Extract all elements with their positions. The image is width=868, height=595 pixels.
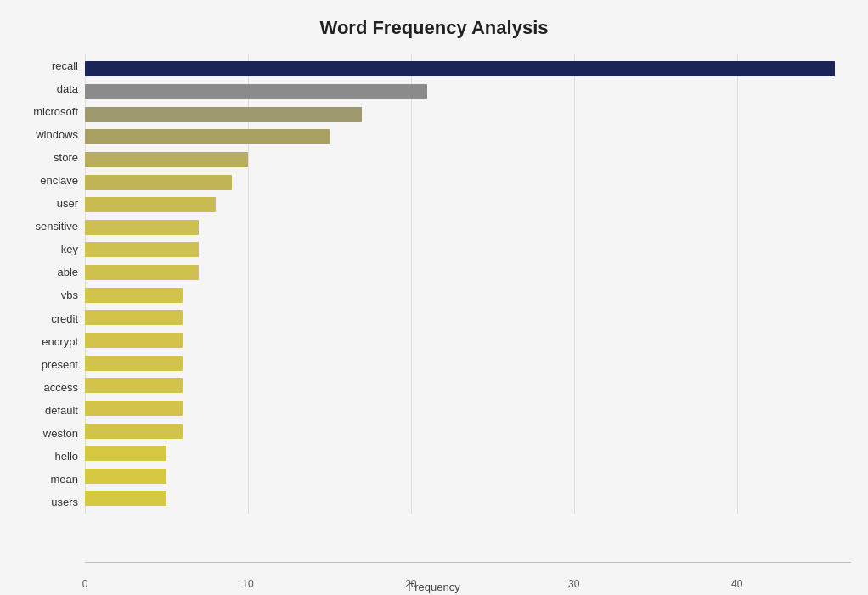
bar-row-user [85, 195, 851, 214]
y-axis-labels: recalldatamicrosoftwindowsstoreenclaveus… [17, 54, 85, 514]
bar-store [85, 152, 248, 167]
y-label-able: able [57, 267, 78, 278]
y-label-recall: recall [52, 60, 78, 71]
y-label-microsoft: microsoft [33, 106, 78, 117]
bar-row-users [85, 489, 851, 508]
bar-row-credit [85, 308, 851, 327]
y-label-windows: windows [36, 129, 78, 140]
y-label-mean: mean [50, 474, 78, 485]
bar-recall [85, 61, 835, 76]
y-label-default: default [45, 405, 78, 416]
bar-sensitive [85, 220, 199, 235]
y-label-users: users [51, 497, 78, 508]
bar-access [85, 378, 183, 393]
bar-row-access [85, 376, 851, 395]
bar-able [85, 265, 199, 280]
bar-row-mean [85, 467, 851, 486]
bar-row-encrypt [85, 331, 851, 350]
bar-row-sensitive [85, 218, 851, 237]
chart-container: Word Frequency Analysis recalldatamicros… [0, 0, 868, 595]
bar-present [85, 356, 183, 371]
y-label-access: access [44, 382, 78, 393]
bar-credit [85, 310, 183, 325]
y-label-data: data [57, 83, 78, 94]
bar-row-hello [85, 444, 851, 463]
bar-encrypt [85, 333, 183, 348]
y-label-credit: credit [51, 313, 78, 324]
y-label-vbs: vbs [61, 289, 78, 300]
y-label-weston: weston [43, 428, 78, 439]
bar-row-recall [85, 59, 851, 78]
bar-row-data [85, 82, 851, 101]
bar-row-weston [85, 422, 851, 441]
bar-row-vbs [85, 286, 851, 305]
y-label-sensitive: sensitive [35, 221, 78, 232]
bar-row-default [85, 399, 851, 418]
bar-windows [85, 129, 330, 144]
y-label-key: key [61, 244, 78, 255]
x-axis-label: Frequency [0, 581, 868, 593]
bar-row-present [85, 354, 851, 373]
y-label-store: store [54, 152, 78, 163]
chart-title: Word Frequency Analysis [17, 17, 851, 39]
bar-enclave [85, 175, 232, 190]
bar-vbs [85, 288, 183, 303]
bar-users [85, 491, 166, 506]
y-label-encrypt: encrypt [42, 336, 78, 347]
bar-key [85, 242, 199, 257]
y-label-hello: hello [55, 451, 78, 462]
y-label-user: user [57, 198, 78, 209]
bar-row-able [85, 263, 851, 282]
bar-data [85, 84, 427, 99]
bar-default [85, 401, 183, 416]
bars-area [85, 54, 851, 514]
bar-row-enclave [85, 173, 851, 192]
bar-mean [85, 469, 166, 484]
bar-microsoft [85, 107, 362, 122]
bar-row-store [85, 150, 851, 169]
bar-row-key [85, 240, 851, 259]
bar-row-windows [85, 127, 851, 146]
bar-user [85, 197, 216, 212]
bar-hello [85, 446, 166, 461]
bar-weston [85, 424, 183, 439]
y-label-present: present [42, 359, 78, 370]
y-label-enclave: enclave [40, 175, 78, 186]
bar-row-microsoft [85, 105, 851, 124]
